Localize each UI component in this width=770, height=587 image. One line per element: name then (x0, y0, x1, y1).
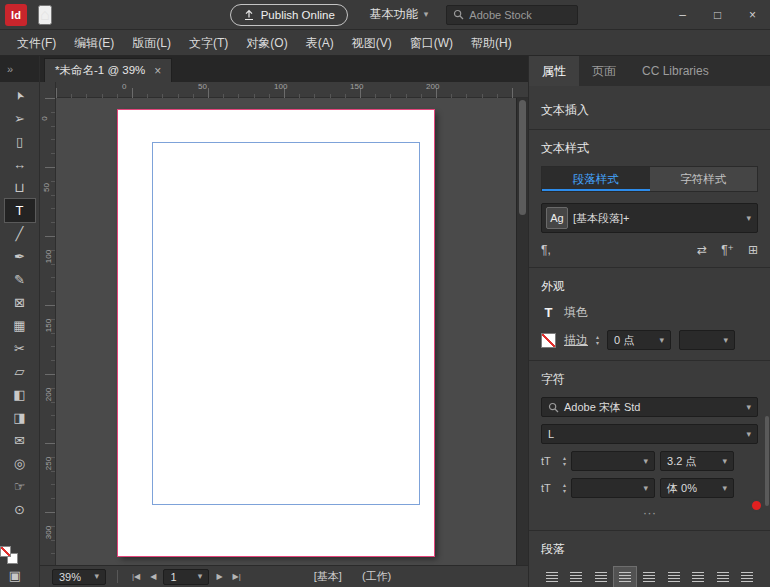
menu-help[interactable]: 帮助(H) (462, 30, 521, 56)
pen-tool[interactable]: ✒ (5, 245, 35, 268)
page-tool[interactable]: ▯ (5, 130, 35, 153)
font-size-stepper[interactable]: ▴ ▾ (563, 456, 566, 467)
menu-type[interactable]: 文字(T) (180, 30, 237, 56)
properties-panel: 属性 页面 CC Libraries 文本插入 文本样式 (528, 56, 770, 587)
tab-properties[interactable]: 属性 (529, 56, 579, 86)
search-icon (548, 402, 559, 413)
stroke-label[interactable]: 描边 (564, 332, 588, 349)
ruler-origin-corner[interactable] (40, 82, 56, 98)
pasteboard[interactable] (56, 98, 516, 565)
last-page-button[interactable]: ▶| (230, 572, 244, 581)
menu-edit[interactable]: 编辑(E) (65, 30, 123, 56)
gap-tool[interactable]: ↔ (5, 153, 35, 176)
horizontal-grid-tool[interactable]: ▦ (5, 314, 35, 337)
menu-layout[interactable]: 版面(L) (123, 30, 180, 56)
menu-view[interactable]: 视图(V) (343, 30, 401, 56)
preflight-status[interactable]: (工作) (362, 569, 391, 584)
tab-cc-libraries[interactable]: CC Libraries (629, 56, 722, 86)
tab-paragraph-styles[interactable]: 段落样式 (542, 167, 650, 191)
scale-row: tT ▴ ▾ ▾ 体 0% ▾ (541, 478, 758, 498)
toolbar-collapse-button[interactable]: » (0, 56, 39, 82)
document-page[interactable] (118, 110, 434, 556)
paragraph-style-select[interactable]: Ag [基本段落]+ ▾ (541, 203, 758, 233)
color-theme-tool[interactable]: ◎ (5, 452, 35, 475)
prev-page-button[interactable]: ◀ (147, 572, 159, 581)
align-right-button[interactable] (590, 567, 611, 587)
publish-online-button[interactable]: Publish Online (230, 4, 348, 26)
tab-character-styles[interactable]: 字符样式 (650, 167, 758, 191)
last-line-indent-button[interactable] (737, 567, 758, 587)
pencil-tool[interactable]: ✎ (5, 268, 35, 291)
gradient-swatch-tool[interactable]: ◧ (5, 383, 35, 406)
stroke-color-swatch[interactable] (541, 333, 556, 348)
maximize-button[interactable]: □ (700, 0, 735, 29)
minimize-button[interactable]: – (665, 0, 700, 29)
scale-select[interactable]: 体 0% ▾ (660, 478, 734, 498)
page-number-select[interactable]: 1 ▾ (163, 569, 209, 585)
hand-tool[interactable]: ☞ (5, 475, 35, 498)
gradient-feather-tool[interactable]: ◨ (5, 406, 35, 429)
stroke-weight-stepper[interactable]: ▴ ▾ (596, 335, 599, 346)
rectangle-frame-tool[interactable]: ⊠ (5, 291, 35, 314)
vertical-scrollbar[interactable] (516, 98, 528, 565)
tool-icon: ▦ (13, 318, 25, 333)
redefine-style-icon[interactable]: ⇄ (697, 243, 707, 257)
scale-stepper[interactable]: ▴ ▾ (563, 483, 566, 494)
preflight-preset[interactable]: [基本] (314, 569, 342, 584)
tools-panel: » ➤ ➢ ▯ ↔ (0, 56, 40, 587)
menu-window[interactable]: 窗口(W) (401, 30, 462, 56)
align-left-button[interactable] (541, 567, 562, 587)
tab-close-icon[interactable]: × (154, 64, 161, 78)
fill-color-swatch[interactable]: T (541, 305, 556, 320)
font-size-icon: tT (541, 455, 558, 467)
note-tool[interactable]: ✉ (5, 429, 35, 452)
ag-icon: Ag (546, 207, 568, 229)
close-button[interactable]: × (735, 0, 770, 29)
open-styles-panel-icon[interactable]: ⊞ (748, 243, 758, 257)
tracking-select[interactable]: ▾ (571, 478, 655, 498)
tab-pages[interactable]: 页面 (579, 56, 629, 86)
stroke-weight-select[interactable]: 0 点 ▾ (607, 330, 671, 350)
menu-file[interactable]: 文件(F) (8, 30, 65, 56)
vertical-scrollbar-thumb[interactable] (519, 100, 526, 215)
scissors-tool[interactable]: ✂ (5, 337, 35, 360)
panel-scrollbar-thumb[interactable] (765, 416, 769, 506)
free-transform-tool[interactable]: ▱ (5, 360, 35, 383)
more-options-button[interactable]: ··· (643, 505, 656, 520)
clear-overrides-icon[interactable]: ¶⁺ (721, 243, 734, 257)
leading-select[interactable]: 3.2 点 ▾ (660, 451, 734, 471)
justify-center-button[interactable] (639, 567, 660, 587)
type-tool[interactable]: T (5, 199, 35, 222)
justify-left-button[interactable] (614, 567, 635, 587)
fill-stroke-swatches[interactable] (0, 546, 18, 564)
indent-to-here-button[interactable] (712, 567, 733, 587)
selection-tool[interactable]: ➤ (5, 84, 35, 107)
font-size-select[interactable]: ▾ (571, 451, 655, 471)
direct-selection-tool[interactable]: ➢ (5, 107, 35, 130)
document-tab[interactable]: *未命名-1 @ 39% × (44, 58, 172, 82)
content-collector-tool[interactable]: ⊔ (5, 176, 35, 199)
adobe-stock-search-input[interactable]: Adobe Stock (446, 5, 578, 25)
tool-icon: ☞ (14, 479, 26, 494)
menu-object[interactable]: 对象(O) (237, 30, 296, 56)
justify-all-button[interactable] (688, 567, 709, 587)
workspace-switcher[interactable]: 基本功能 ▾ (364, 5, 435, 25)
menu-table[interactable]: 表(A) (297, 30, 343, 56)
next-page-button[interactable]: ▶ (213, 572, 225, 581)
vertical-ruler[interactable]: 050100150200250300 (40, 98, 56, 565)
align-center-button[interactable] (565, 567, 586, 587)
zoom-tool[interactable]: ⊙ (5, 498, 35, 521)
font-style-select[interactable]: L ▾ (541, 424, 758, 444)
first-page-button[interactable]: |◀ (129, 572, 143, 581)
chevron-down-icon: ▾ (94, 572, 99, 581)
stroke-type-select[interactable]: ▾ (679, 330, 735, 350)
home-button[interactable]: ⌂ (38, 5, 52, 25)
horizontal-ruler[interactable]: 050100150200 (56, 82, 516, 98)
line-tool[interactable]: ╱ (5, 222, 35, 245)
screen-mode-button[interactable]: ▣ (0, 564, 30, 587)
justify-right-button[interactable] (663, 567, 684, 587)
zoom-level-select[interactable]: 39% ▾ (52, 569, 106, 585)
show-hidden-characters-icon[interactable]: ¶, (541, 243, 551, 257)
font-family-select[interactable]: Adobe 宋体 Std ▾ (541, 397, 758, 417)
font-style-value: L (548, 428, 554, 440)
